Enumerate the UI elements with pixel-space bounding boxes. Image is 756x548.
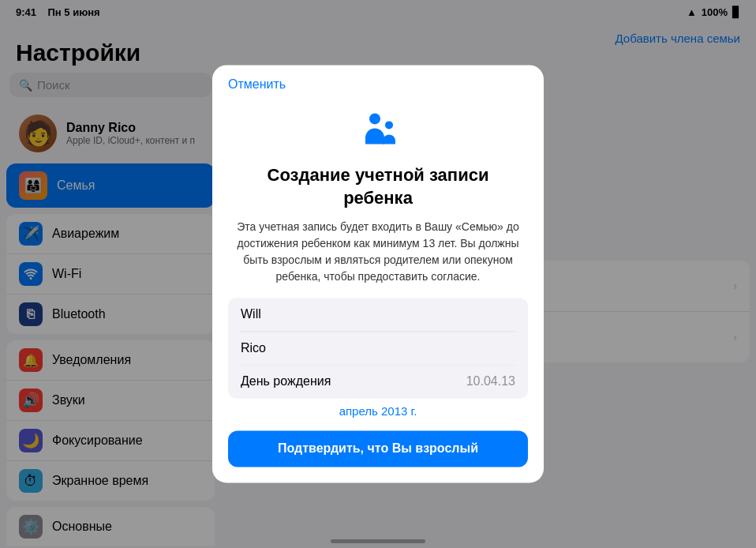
- home-indicator: [331, 539, 425, 543]
- modal-description: Эта учетная запись будет входить в Вашу …: [212, 220, 544, 298]
- month-display: апрель 2013 г.: [212, 399, 544, 431]
- modal-cancel-button[interactable]: Отменить: [228, 77, 286, 92]
- modal-header: Отменить: [212, 65, 544, 92]
- modal-title: Создание учетной записи ребенка: [212, 164, 544, 219]
- family-child-icon: [353, 107, 403, 158]
- last-name-field[interactable]: [228, 332, 528, 365]
- birthday-value: 10.04.13: [466, 375, 515, 389]
- confirm-adult-button[interactable]: Подтвердить, что Вы взрослый: [228, 431, 528, 467]
- birthday-label: День рождения: [241, 375, 466, 389]
- modal-form: День рождения 10.04.13: [228, 298, 528, 399]
- svg-point-1: [385, 121, 393, 129]
- first-name-field[interactable]: [228, 298, 528, 332]
- svg-point-0: [369, 113, 380, 124]
- modal-icon-area: [212, 92, 544, 164]
- birthday-row[interactable]: День рождения 10.04.13: [228, 366, 528, 399]
- create-child-account-modal: Отменить Создание учетной записи ребенка…: [212, 65, 544, 482]
